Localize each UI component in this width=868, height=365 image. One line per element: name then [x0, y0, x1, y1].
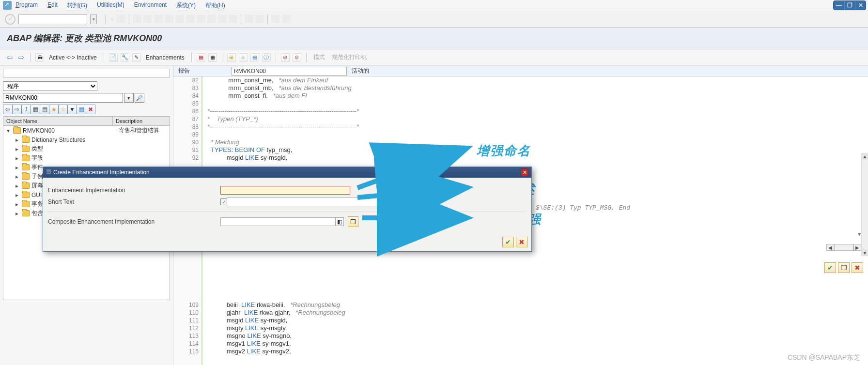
tree-expand-icon[interactable]: ▼	[67, 105, 77, 114]
tree-root-node[interactable]: ▾ RMVKON00 寄售和管道结算	[3, 126, 170, 135]
menu-program[interactable]: Program	[16, 1, 38, 10]
menu-system[interactable]: 系统(Y)	[176, 1, 196, 10]
menu-help[interactable]: 帮助(H)	[205, 1, 225, 10]
enh-impl-input[interactable]	[220, 186, 350, 195]
first-page-icon[interactable]	[197, 15, 205, 23]
editor-cancel-button[interactable]: ✖	[852, 262, 863, 273]
cancel-icon[interactable]	[154, 15, 163, 23]
report-label: 报告	[173, 67, 232, 75]
enh-impl-label: Enhancement Implementation	[48, 187, 220, 194]
object-type-select[interactable]: 程序	[3, 81, 97, 91]
enhance-wand-icon[interactable]: ✎	[132, 53, 141, 62]
other-object-icon[interactable]: 📄	[109, 53, 118, 62]
scroll-down-icon[interactable]: ▼	[862, 249, 868, 256]
tree-fav-icon[interactable]: ☆	[58, 105, 68, 114]
hscroll-left-icon[interactable]: ◀	[826, 244, 834, 251]
composite-input[interactable]	[220, 217, 336, 226]
command-dropdown-icon[interactable]: ▾	[90, 15, 97, 24]
prev-page-icon[interactable]	[207, 15, 216, 23]
tree-edit-icon[interactable]: ▦	[77, 105, 86, 114]
short-text-check-icon: ✓	[220, 198, 227, 205]
tree-prev-icon[interactable]: ⇦	[3, 105, 13, 114]
tree-close-icon[interactable]: ✖	[86, 105, 95, 114]
hierarchy-icon[interactable]: ≡	[239, 53, 248, 62]
dialog-accept-button[interactable]: ✔	[502, 237, 514, 247]
breakpoint-icon[interactable]: ⊘	[281, 53, 290, 62]
tree-up-icon[interactable]: ⤴	[21, 105, 31, 114]
dialog-close-icon[interactable]: ✕	[521, 168, 528, 176]
hscroll-right-icon[interactable]: ▶	[853, 244, 861, 251]
window-close-icon[interactable]: ✕	[855, 1, 866, 10]
menu-environment[interactable]: Environment	[134, 1, 167, 10]
enhance-icon[interactable]: 🔧	[121, 53, 129, 62]
tree-node[interactable]: ▸类型	[3, 144, 170, 153]
editor-info-bar: 报告 RMVKON00 活动的	[173, 66, 868, 76]
program-dropdown-icon[interactable]: ▾	[124, 93, 134, 103]
activate-icon[interactable]: ▦	[208, 53, 217, 62]
help-icon[interactable]	[271, 15, 280, 23]
enhancements-label[interactable]: Enhancements	[146, 54, 185, 61]
short-text-label: Short Text	[48, 198, 220, 205]
composite-value-help-icon[interactable]: ◧	[335, 217, 344, 226]
breakpoint2-icon[interactable]: ⊘	[293, 53, 301, 62]
tree-toggle-icon[interactable]: ▾	[5, 127, 11, 134]
window-maximize-icon[interactable]: ❐	[844, 1, 855, 10]
new-session-icon[interactable]	[245, 15, 253, 23]
command-bar: ▾ «	[0, 11, 868, 28]
tree-refresh-icon[interactable]: ▦	[31, 105, 40, 114]
menu-goto[interactable]: 转到(G)	[67, 1, 87, 10]
layout-icon[interactable]	[282, 15, 291, 23]
chevron-left-icon: «	[109, 15, 115, 23]
tree-fav-add-icon[interactable]: ★	[49, 105, 59, 114]
dialog-footer: ✔ ✖	[43, 232, 531, 251]
window-minimize-icon[interactable]: —	[834, 1, 844, 10]
where-used-icon[interactable]: ⊞	[227, 53, 236, 62]
info-icon[interactable]: ⓘ	[262, 53, 271, 62]
tree-node[interactable]: ▸字段	[3, 153, 170, 163]
back-icon[interactable]	[133, 15, 141, 23]
exit-icon[interactable]	[143, 15, 152, 23]
folder-icon	[13, 127, 21, 134]
tree-node[interactable]: ▸Dictionary Structures	[3, 135, 170, 144]
mode-label: 模式	[313, 53, 325, 61]
short-text-input[interactable]	[227, 198, 436, 206]
standard-toolbar: «	[104, 15, 291, 24]
print-icon[interactable]	[165, 15, 173, 23]
program-display-icon[interactable]: 🔎	[135, 93, 144, 103]
nav-forward-icon[interactable]: ⇨	[16, 53, 25, 62]
check-icon[interactable]: ▦	[197, 53, 205, 62]
object-list-icon[interactable]: ▤	[250, 53, 259, 62]
sap-logo-icon	[3, 1, 12, 10]
editor-doc-button[interactable]: ❐	[838, 262, 850, 273]
tree-header: Object Name Description	[3, 116, 170, 126]
shortcut-icon[interactable]	[255, 15, 264, 23]
scroll-up-icon[interactable]: ▲	[862, 153, 868, 160]
ok-code-icon[interactable]	[5, 14, 16, 25]
tree-display-icon[interactable]: ▤	[40, 105, 49, 114]
report-name-field: RMVKON00	[232, 67, 347, 76]
composite-create-button[interactable]: ❐	[348, 216, 358, 227]
display-toggle-icon[interactable]: 🕶	[35, 53, 44, 62]
findnext-icon[interactable]	[186, 15, 195, 23]
dialog-title: Create Enhancement Implementation	[53, 169, 150, 176]
menu-utilities[interactable]: Utilities(M)	[97, 1, 124, 10]
save-icon[interactable]	[117, 15, 125, 23]
program-name-input[interactable]	[3, 93, 123, 103]
tree-next-icon[interactable]: ⇨	[12, 105, 22, 114]
vertical-scrollbar[interactable]: ▲ ▼	[861, 153, 868, 256]
menu-edit[interactable]: Edit	[47, 1, 58, 10]
app-toolbar: ⇦ ⇨ 🕶 Active <-> Inactive 📄 🔧 ✎ Enhancem…	[0, 49, 868, 66]
composite-label: Composite Enhancement Implementation	[48, 218, 220, 225]
dialog-titlebar[interactable]: ☰ Create Enhancement Implementation ✕	[43, 167, 531, 178]
command-input[interactable]	[18, 15, 87, 24]
next-page-icon[interactable]	[218, 15, 227, 23]
editor-accept-button[interactable]: ✔	[824, 262, 836, 273]
find-icon[interactable]	[175, 15, 184, 23]
nav-back-icon[interactable]: ⇦	[5, 53, 14, 62]
active-inactive-label[interactable]: Active <-> Inactive	[49, 54, 97, 61]
annotation-name: 增强命名	[477, 142, 531, 159]
editor-corner-dropdown-icon[interactable]: ▾	[858, 230, 861, 238]
last-page-icon[interactable]	[229, 15, 237, 23]
code-behind-comment: $\SE:(3) Typ TYP_MSG, End	[536, 204, 630, 212]
dialog-cancel-button[interactable]: ✖	[516, 237, 527, 247]
